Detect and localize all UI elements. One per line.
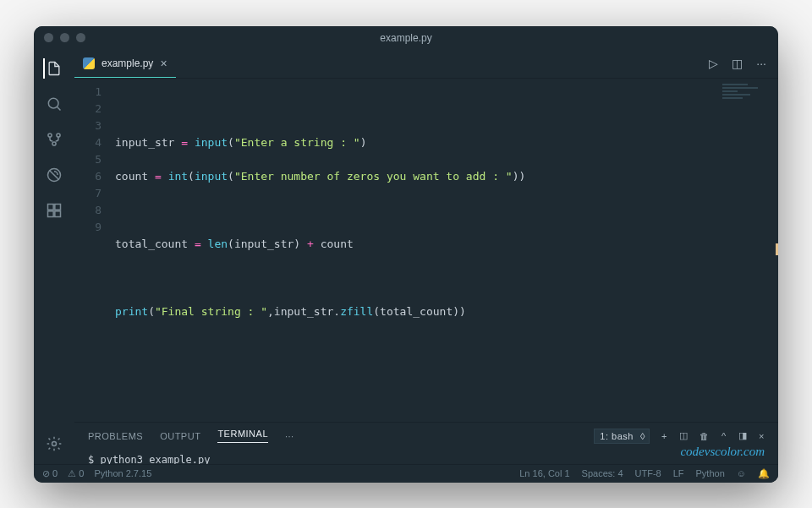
toggle-panel-icon[interactable]: ◨	[738, 430, 748, 441]
tab-more[interactable]: ···	[285, 431, 294, 441]
status-cursor-position[interactable]: Ln 16, Col 1	[519, 468, 569, 478]
svg-point-9	[52, 441, 57, 445]
status-python-version[interactable]: Python 2.7.15	[94, 468, 151, 478]
window-title: example.py	[34, 32, 778, 44]
watermark: codevscolor.com	[680, 445, 765, 459]
svg-rect-8	[55, 210, 61, 216]
settings-gear-icon[interactable]	[44, 434, 64, 454]
tab-output[interactable]: OUTPUT	[160, 431, 200, 441]
terminal-select[interactable]: 1: bash ◊	[594, 429, 650, 444]
tab-filename: example.py	[102, 57, 153, 69]
extensions-icon[interactable]	[44, 200, 64, 221]
split-terminal-icon[interactable]: ◫	[679, 430, 689, 441]
explorer-icon[interactable]	[43, 58, 63, 79]
svg-rect-7	[48, 210, 54, 216]
tab-bar: example.py × ▷ ◫ ···	[74, 50, 778, 79]
search-icon[interactable]	[44, 94, 64, 114]
close-icon[interactable]: ×	[160, 57, 167, 70]
svg-point-3	[52, 141, 56, 145]
editor-window: example.py	[34, 26, 778, 483]
status-errors[interactable]: ⊘ 0	[42, 468, 58, 479]
split-editor-icon[interactable]: ◫	[732, 57, 743, 70]
code-content[interactable]: input_str = input("Enter a string : ") c…	[110, 79, 778, 422]
maximize-panel-icon[interactable]: ^	[721, 431, 727, 441]
tab-problems[interactable]: PROBLEMS	[88, 431, 143, 441]
code-editor[interactable]: 123456789 input_str = input("Enter a str…	[74, 79, 778, 422]
status-bar: ⊘ 0 ⚠ 0 Python 2.7.15 Ln 16, Col 1 Space…	[34, 464, 778, 483]
source-control-icon[interactable]	[44, 129, 64, 150]
svg-point-2	[57, 133, 60, 136]
svg-point-0	[48, 98, 58, 108]
status-eol[interactable]: LF	[673, 468, 684, 478]
tab-terminal[interactable]: TERMINAL	[217, 429, 268, 443]
activity-bar	[34, 50, 74, 464]
svg-point-1	[48, 133, 52, 136]
overview-ruler-mark	[776, 243, 778, 255]
status-encoding[interactable]: UTF-8	[635, 468, 661, 478]
close-panel-icon[interactable]: ×	[759, 431, 765, 441]
more-actions-icon[interactable]: ···	[756, 57, 766, 70]
status-language[interactable]: Python	[696, 468, 725, 478]
kill-terminal-icon[interactable]: 🗑	[700, 431, 710, 441]
new-terminal-icon[interactable]: +	[661, 431, 667, 441]
status-warnings[interactable]: ⚠ 0	[68, 468, 84, 479]
status-feedback-icon[interactable]: ☺	[737, 468, 746, 478]
line-numbers: 123456789	[74, 79, 110, 422]
run-icon[interactable]: ▷	[709, 57, 718, 70]
svg-rect-5	[48, 204, 54, 210]
python-file-icon	[83, 57, 95, 69]
debug-icon[interactable]	[44, 165, 64, 185]
svg-rect-6	[55, 204, 61, 210]
status-indentation[interactable]: Spaces: 4	[582, 468, 623, 478]
tab-file[interactable]: example.py ×	[74, 49, 176, 78]
status-bell-icon[interactable]: 🔔	[758, 468, 770, 479]
minimap[interactable]	[722, 84, 773, 117]
titlebar: example.py	[34, 26, 778, 50]
